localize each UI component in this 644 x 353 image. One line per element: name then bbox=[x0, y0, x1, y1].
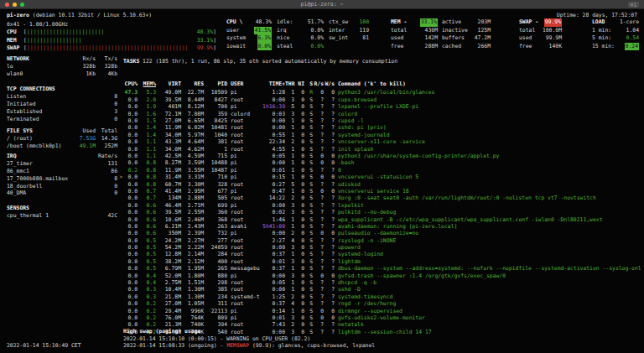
cell-command: pulseaudio --daemonize=no bbox=[335, 230, 641, 236]
cell-res: 6.65M bbox=[181, 117, 204, 124]
cell-read-rate: ? bbox=[313, 132, 324, 138]
cell-nice: 0 bbox=[294, 159, 304, 166]
cell-mem-percent: 0.5 bbox=[138, 237, 156, 244]
cell-cpu-percent: 0.0 bbox=[122, 132, 138, 138]
cell-time: 0:37 bbox=[260, 300, 285, 307]
cell-read-rate: ? bbox=[313, 244, 324, 251]
cell-pid: 277 bbox=[204, 237, 227, 244]
cell-state: S bbox=[304, 286, 313, 293]
cell-read-rate: ? bbox=[313, 329, 324, 335]
cell-nice: 0 bbox=[294, 308, 304, 314]
cell-threads: 1 bbox=[285, 174, 294, 180]
cell-user: messagebu bbox=[227, 265, 260, 272]
cell-write-rate: ? bbox=[324, 237, 335, 244]
cell-virt: 39.5M bbox=[156, 96, 181, 103]
cell-mem-percent: 0.3 bbox=[138, 286, 156, 293]
cell-nice: 0 bbox=[294, 96, 304, 103]
cell-read-rate: ? bbox=[313, 251, 324, 257]
cell-res: 3.31M bbox=[181, 174, 204, 180]
zoom-button[interactable] bbox=[20, 3, 24, 7]
header-write-rate: W/s bbox=[324, 80, 335, 87]
cell-mem-percent: 1.4 bbox=[138, 124, 156, 131]
cell-threads: 3 bbox=[285, 96, 294, 103]
summary-row: user41.5% bbox=[226, 27, 272, 35]
cell-pid: 263 bbox=[204, 223, 227, 230]
cell-state: S bbox=[304, 230, 313, 236]
header-mem-sorted[interactable]: MEM% bbox=[138, 80, 156, 87]
cell-write-rate: ? bbox=[324, 103, 335, 110]
cell-nice: 0 bbox=[294, 321, 304, 328]
cell-cpu-percent: 0.0 bbox=[122, 273, 138, 279]
header-res[interactable]: RES bbox=[181, 80, 204, 87]
tcp-count: 3 bbox=[96, 108, 117, 116]
header-command: Command ('k' to kill) bbox=[335, 80, 641, 87]
cell-pid: 360 bbox=[204, 209, 227, 215]
cell-write-rate: ? bbox=[324, 146, 335, 153]
cell-user: root bbox=[227, 321, 260, 328]
cell-mem-percent: 0.2 bbox=[138, 308, 156, 314]
irq-row: 17_7000b880.mailbox8 bbox=[7, 175, 117, 183]
process-row: 0.2 0.8 11.9M 3.55M 10487 pi 0:01 1 0 S … bbox=[117, 167, 641, 174]
cell-cpu-percent: 0.0 bbox=[122, 314, 138, 321]
cell-threads: 1 bbox=[285, 251, 294, 257]
cell-mem-percent: 0.6 bbox=[138, 223, 156, 230]
summary-row: irq0.0% bbox=[277, 27, 324, 35]
cell-pid: 700 bbox=[204, 103, 227, 110]
cell-pid: 298 bbox=[204, 279, 227, 286]
cell-cpu-percent: 0.0 bbox=[122, 174, 138, 180]
cell-threads: 1 bbox=[285, 223, 294, 230]
close-button[interactable] bbox=[5, 3, 9, 7]
swap-summary-column: SWAP -99.9%total100.0Mused99.9Mfree140K bbox=[519, 18, 562, 50]
process-row: 0.0 1.1 42.5M 4.59M 715 pi 0:05 1 0 S 0 … bbox=[117, 153, 641, 159]
cell-mem-percent: 1.5 bbox=[138, 117, 156, 124]
header-user[interactable]: USER bbox=[227, 80, 260, 87]
cell-res: 6.02M bbox=[181, 124, 204, 131]
cell-state: S bbox=[304, 153, 313, 159]
cell-virt: 11.9M bbox=[156, 167, 181, 174]
cell-threads: 5 bbox=[285, 103, 294, 110]
cell-time: 14:22 bbox=[260, 195, 285, 201]
cell-res: 2.27M bbox=[181, 237, 204, 244]
cell-state: S bbox=[304, 300, 313, 307]
cell-threads: 3 bbox=[285, 244, 294, 251]
cell-res: 1.30M bbox=[181, 286, 204, 293]
cell-time: 0:01 bbox=[260, 258, 285, 265]
cell-cpu-percent: 0.0 bbox=[122, 124, 138, 131]
cell-res: 7.08M bbox=[181, 111, 204, 117]
cell-virt: 8.27M bbox=[156, 159, 181, 166]
cell-state: S bbox=[304, 273, 313, 279]
cell-user: colord bbox=[227, 111, 260, 117]
irq-rate: 8 bbox=[96, 175, 117, 183]
cell-mem-percent: 0.4 bbox=[138, 279, 156, 286]
cell-res: 2.46M bbox=[181, 216, 204, 223]
minimize-button[interactable] bbox=[13, 3, 17, 7]
summary-row: used99.9M bbox=[519, 34, 562, 43]
process-row: 0.0 0.5 54.2M 2.22M 24059 root 0:00 3 0 … bbox=[117, 244, 641, 251]
process-row: 0.0 0.4 52.0M 1.80M 880 pi 0:00 3 0 S 0 … bbox=[117, 273, 641, 279]
header-virt[interactable]: VIRT bbox=[156, 80, 181, 87]
cell-pid: 677 bbox=[204, 188, 227, 195]
mem-summary-column: MEM -33.1%total430Mused142Mfree288M bbox=[391, 18, 438, 50]
cell-time: 0:55 bbox=[260, 132, 285, 138]
summary-row: used142M bbox=[391, 34, 438, 43]
cell-threads: 2 bbox=[285, 293, 294, 300]
cell-res: 4.62M bbox=[181, 146, 204, 153]
cell-pid: 400 bbox=[204, 258, 227, 265]
cell-state: S bbox=[304, 216, 313, 223]
header-cpu[interactable]: CPU% bbox=[122, 80, 138, 87]
process-row: 47.3 5.3 49.0M 22.7M 10509 pi 1:28 1 0 R… bbox=[117, 89, 641, 96]
cell-write-rate: ? bbox=[324, 195, 335, 201]
header-time[interactable]: TIME+ bbox=[260, 80, 285, 87]
cell-read-rate: ? bbox=[313, 138, 324, 145]
header-pid[interactable]: PID bbox=[204, 80, 227, 87]
cell-threads: 3 bbox=[285, 111, 294, 117]
cpu-summary-column: CPU \48.3%user41.5%system6.3%iowait0.0% bbox=[226, 18, 272, 50]
cell-time: 0:05 bbox=[260, 279, 285, 286]
cell-state: S bbox=[304, 251, 313, 257]
process-row: 0.0 0.5 38.2M 2.12M 400 root 0:01 3 0 S … bbox=[117, 258, 641, 265]
cell-virt: 21.8M bbox=[156, 293, 181, 300]
cell-res: 4.64M bbox=[181, 138, 204, 145]
cell-cpu-percent: 0.0 bbox=[122, 293, 138, 300]
process-row: 0.0 1.5 27.0M 6.65M 8425 root 0:00 1 0 S… bbox=[117, 117, 641, 124]
cell-write-rate: 0 bbox=[324, 159, 335, 166]
